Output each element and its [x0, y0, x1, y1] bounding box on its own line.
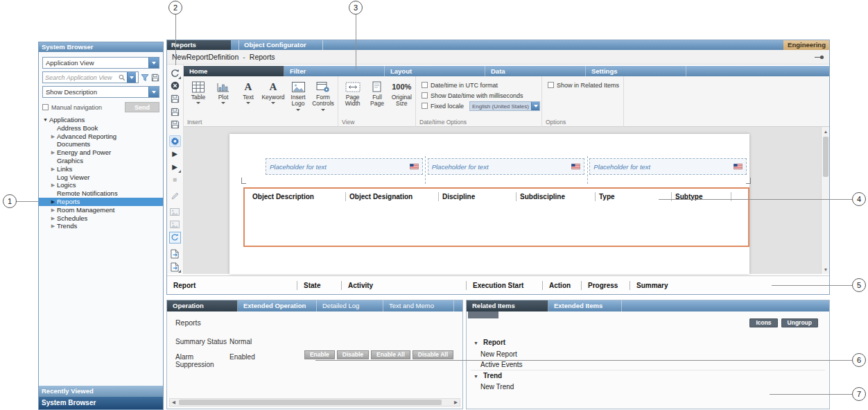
related-group-report[interactable]: ▼Report: [474, 339, 505, 346]
table-column-header[interactable]: Object Designation: [346, 192, 439, 201]
scroll-up-icon[interactable]: ▲: [822, 127, 830, 136]
exec-column-report[interactable]: Report: [166, 281, 297, 290]
exec-column-execution-start[interactable]: Execution Start: [466, 281, 542, 290]
table-button[interactable]: Table: [186, 78, 211, 111]
chevron-down-icon[interactable]: [148, 87, 159, 97]
tree-item-logics[interactable]: ▶Logics: [39, 181, 163, 189]
text-placeholder[interactable]: Placeholder for text: [589, 158, 747, 175]
breadcrumb-section[interactable]: Reports: [250, 53, 275, 61]
horizontal-scrollbar[interactable]: ◀ ▶: [169, 398, 460, 407]
description-selector[interactable]: Show Description: [42, 86, 159, 98]
save-icon[interactable]: [169, 93, 181, 105]
checkbox-icon[interactable]: [422, 103, 428, 109]
save-view-icon[interactable]: [151, 74, 159, 82]
save-all-icon[interactable]: [169, 119, 181, 130]
exec-column-state[interactable]: State: [297, 281, 341, 290]
tab-object-configurator[interactable]: Object Configurator: [238, 40, 323, 50]
collapsed-icon[interactable]: ▶: [49, 181, 57, 189]
table-column-header[interactable]: Discipline: [439, 192, 517, 201]
collapsed-icon[interactable]: ▶: [49, 222, 57, 230]
ungroup-button[interactable]: Ungroup: [781, 318, 818, 327]
checkbox-icon[interactable]: [548, 82, 554, 88]
checkbox-icon[interactable]: [422, 92, 428, 99]
fixed-locale-option[interactable]: Fixed locale English (United States): [416, 101, 541, 111]
collapsed-icon[interactable]: ▶: [49, 165, 57, 173]
ribbon-tab-settings[interactable]: Settings: [586, 66, 686, 76]
scroll-down-icon[interactable]: ▼: [822, 265, 830, 274]
tab-operation[interactable]: Operation: [167, 300, 238, 311]
stop-icon[interactable]: ■: [169, 174, 181, 186]
snapshot-icon[interactable]: [169, 219, 181, 231]
filter-icon[interactable]: [141, 74, 149, 82]
icons-button[interactable]: Icons: [749, 318, 777, 327]
table-column-header[interactable]: Object Description: [249, 192, 346, 201]
update-icon[interactable]: [169, 67, 181, 79]
insert-logo-button[interactable]: Insert Logo: [286, 78, 311, 111]
show-in-related-items-option[interactable]: Show in Related Items: [542, 80, 623, 90]
settings-gear-icon[interactable]: [169, 135, 181, 147]
utc-format-option[interactable]: Date/time in UTC format: [416, 80, 541, 90]
enable-button[interactable]: Enable: [304, 350, 335, 359]
tree-item-log-viewer[interactable]: Log Viewer: [39, 173, 163, 182]
expanded-icon[interactable]: ▼: [474, 341, 478, 345]
scrollbar-thumb[interactable]: [179, 400, 442, 405]
tree-item-reports[interactable]: ▶Reports: [39, 198, 163, 206]
us-flag-icon[interactable]: [410, 163, 419, 171]
save-as-icon[interactable]: [169, 106, 181, 118]
manual-navigation-checkbox[interactable]: [42, 104, 49, 110]
report-preview-icon[interactable]: [169, 206, 181, 218]
tree-item-energy-and-power[interactable]: ▶Energy and Power: [39, 148, 163, 157]
tree-item-links[interactable]: ▶Links: [39, 165, 163, 173]
disable-all-button[interactable]: Disable All: [413, 350, 453, 359]
ribbon-tab-data[interactable]: Data: [485, 66, 586, 76]
system-browser-footer-bar[interactable]: System Browser: [39, 397, 163, 409]
chevron-down-icon[interactable]: [127, 72, 136, 83]
tab-detailed-log[interactable]: Detailed Log: [317, 300, 383, 311]
tree-item-schedules[interactable]: ▶Schedules: [39, 214, 163, 223]
collapsed-icon[interactable]: ▶: [49, 198, 57, 206]
send-button[interactable]: Send: [125, 102, 159, 112]
milliseconds-option[interactable]: Show Date/time with milliseconds: [416, 90, 541, 101]
tab-extended-operation[interactable]: Extended Operation: [238, 300, 317, 311]
checkbox-icon[interactable]: [422, 82, 428, 88]
scrollbar-thumb[interactable]: [823, 137, 828, 177]
tree-item-documents[interactable]: Documents: [39, 140, 163, 148]
collapsed-icon[interactable]: ▶: [49, 206, 57, 214]
tree-item-room-management[interactable]: ▶Room Management: [39, 206, 163, 214]
related-item-new-report[interactable]: New Report: [480, 350, 517, 358]
tree-item-graphics[interactable]: Graphics: [39, 157, 163, 165]
play-icon[interactable]: ▶: [169, 148, 181, 160]
original-size-button[interactable]: 100% Original Size: [390, 78, 414, 108]
tree-item-advanced-reporting[interactable]: ▶Advanced Reporting: [39, 133, 163, 141]
disable-button[interactable]: Disable: [337, 350, 369, 359]
recently-viewed-bar[interactable]: Recently Viewed: [39, 386, 163, 397]
ribbon-tab-filter[interactable]: Filter: [284, 66, 385, 76]
search-input[interactable]: Search Application View: [42, 71, 139, 83]
related-group-trend[interactable]: ▼Trend: [474, 372, 502, 379]
locale-selector[interactable]: English (United States): [469, 101, 540, 111]
collapsed-icon[interactable]: ▶: [49, 148, 57, 157]
refresh-icon[interactable]: [169, 232, 181, 244]
page-width-button[interactable]: Page Width: [340, 78, 365, 108]
ribbon-tab-home[interactable]: Home: [184, 66, 284, 76]
report-canvas[interactable]: Placeholder for text Placeholder for tex…: [184, 127, 830, 274]
keyword-button[interactable]: A Keyword: [261, 78, 286, 111]
tab-extended-items[interactable]: Extended Items: [548, 300, 622, 311]
scroll-left-icon[interactable]: ◀: [170, 400, 177, 405]
full-page-button[interactable]: Full Page: [365, 78, 389, 108]
scroll-right-icon[interactable]: ▶: [452, 400, 460, 405]
tree-item-remote-notifications[interactable]: Remote Notifications: [39, 189, 163, 198]
tree-item-applications[interactable]: ▼Applications: [39, 116, 163, 124]
text-placeholder[interactable]: Placeholder for text: [266, 158, 423, 175]
related-item-new-trend[interactable]: New Trend: [480, 383, 514, 391]
table-column-header[interactable]: Subdiscipline: [517, 192, 596, 201]
export-icon[interactable]: [169, 248, 181, 260]
tab-related-items[interactable]: Related Items: [467, 300, 548, 311]
tab-text-and-memo[interactable]: Text and Memo: [383, 300, 454, 311]
exec-column-activity[interactable]: Activity: [341, 281, 466, 290]
us-flag-icon[interactable]: [734, 163, 743, 171]
canvas-scrollbar[interactable]: ▲ ▼: [821, 127, 830, 274]
us-flag-icon[interactable]: [571, 163, 580, 171]
exec-column-action[interactable]: Action: [542, 281, 581, 290]
enable-all-button[interactable]: Enable All: [371, 350, 410, 359]
